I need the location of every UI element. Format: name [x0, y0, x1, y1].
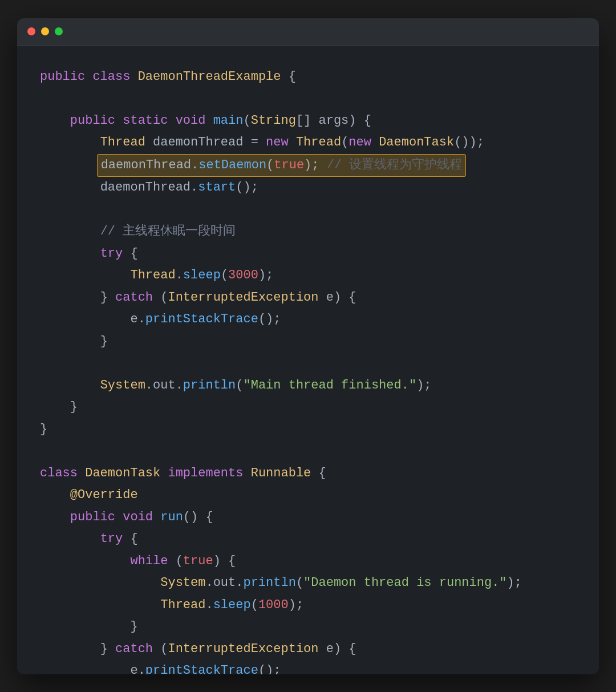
maximize-button[interactable]: [55, 27, 63, 35]
editor-window: public class DaemonThreadExample { publi…: [17, 18, 599, 674]
code-editor: public class DaemonThreadExample { publi…: [17, 46, 599, 674]
minimize-button[interactable]: [41, 27, 49, 35]
close-button[interactable]: [27, 27, 35, 35]
titlebar: [17, 18, 599, 46]
